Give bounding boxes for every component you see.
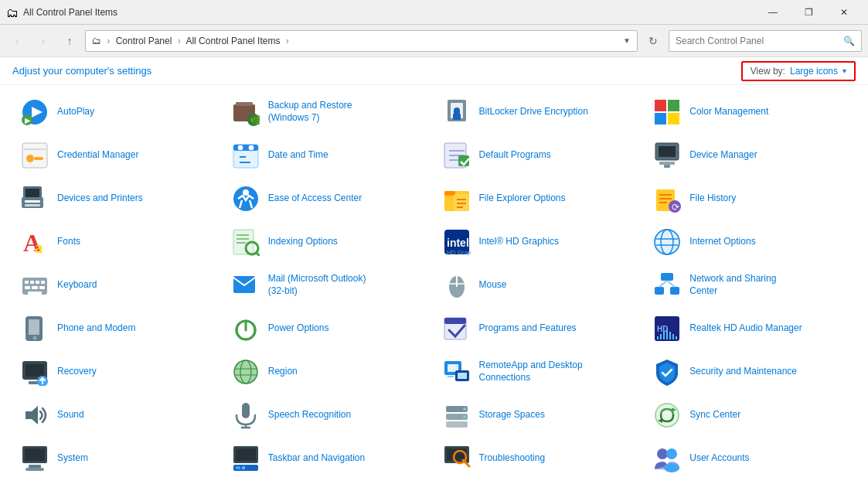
view-by-value: Large icons [790,66,838,77]
region-icon [231,357,260,387]
panel-item-useraccounts[interactable]: User Accounts [645,438,856,479]
panel-item-bitlocker[interactable]: BitLocker Drive Encryption [434,91,645,133]
panel-item-devicemgr[interactable]: Device Manager [645,135,856,176]
svg-point-98 [463,423,466,426]
panel-item-poweropts[interactable]: Power Options [223,308,434,349]
panel-item-remoteapp[interactable]: RemoteApp and Desktop Connections [434,351,645,393]
panel-item-filehistory[interactable]: ⟳File History [645,178,856,220]
svg-rect-29 [26,189,39,198]
indexing-icon [231,227,260,257]
panel-item-internet[interactable]: Internet Options [645,221,856,263]
panel-item-autoplay[interactable]: ▶AutoPlay [12,91,223,133]
panel-item-region[interactable]: Region [223,351,434,393]
panel-item-easeaccess[interactable]: Ease of Access Center [223,178,434,220]
address-part2: All Control Panel Items [184,36,281,46]
poweropts-icon [231,314,260,343]
maximize-button[interactable]: ❐ [791,0,826,25]
search-input[interactable] [676,36,843,46]
defaultprograms-icon [442,141,471,170]
sound-label: Sound [57,409,84,421]
panel-item-fonts[interactable]: AaFonts [12,221,223,263]
panel-item-devprinters[interactable]: Devices and Printers [12,178,223,220]
svg-point-20 [248,145,254,151]
svg-rect-73 [670,287,679,295]
forward-button[interactable]: › [32,30,54,52]
mail-label: Mail (Microsoft Outlook) (32-bit) [268,273,366,297]
svg-text:⟳: ⟳ [672,202,679,213]
easeaccess-icon [231,184,260,213]
address-box[interactable]: 🗂 › Control Panel › All Control Panel It… [85,30,638,52]
svg-rect-25 [659,146,676,157]
svg-rect-83 [26,364,44,377]
refresh-button[interactable]: ↻ [642,30,664,52]
panel-item-defaultprograms[interactable]: Default Programs [434,135,645,176]
fonts-icon: Aa [20,227,49,257]
svg-point-34 [243,189,249,196]
view-by-chevron-icon: ▾ [842,66,846,75]
panel-item-mail[interactable]: Mail (Microsoft Outlook) (32-bit) [223,264,434,306]
storage-label: Storage Spaces [479,409,545,421]
credential-icon [20,141,49,170]
svg-rect-50 [237,234,249,236]
panel-item-security[interactable]: Security and Maintenance [645,351,856,393]
svg-rect-61 [25,281,29,284]
panel-item-realtek[interactable]: HDRealtek HD Audio Manager [645,308,856,349]
panel-item-backup[interactable]: 🌿Backup and Restore (Windows 7) [223,91,434,133]
fonts-label: Fonts [57,236,80,248]
speech-label: Speech Recognition [268,409,351,421]
panel-item-system[interactable]: System [12,438,223,479]
mail-icon [231,271,260,300]
panel-item-fileexplorer[interactable]: File Explorer Options [434,178,645,220]
svg-text:🌿: 🌿 [250,114,260,126]
search-box[interactable]: 🔍 [669,30,862,52]
easeaccess-label: Ease of Access Center [268,193,362,205]
svg-rect-15 [22,143,47,168]
toolbar: Adjust your computer's settings View by:… [0,57,868,85]
panel-item-programs[interactable]: Programs and Features [434,308,645,349]
bitlocker-label: BitLocker Drive Encryption [479,106,588,118]
panel-item-mouse[interactable]: Mouse [434,264,645,306]
panel-item-phonemod[interactable]: Phone and Modem [12,308,223,349]
panel-item-recovery[interactable]: Recovery [12,351,223,393]
panel-item-indexing[interactable]: Indexing Options [223,221,434,263]
panel-item-taskbar[interactable]: Taskbar and Navigation [223,438,434,479]
internet-label: Internet Options [689,236,755,248]
panel-item-synccenter[interactable]: Sync Center [645,394,856,436]
programs-icon [442,314,471,343]
address-part1: Control Panel [113,36,172,46]
backup-icon: 🌿 [231,97,260,127]
system-icon [20,444,49,473]
datetime-label: Date and Time [268,149,328,162]
synccenter-icon [652,401,682,430]
svg-rect-51 [237,238,249,240]
panel-item-speech[interactable]: Speech Recognition [223,394,434,436]
panel-item-storage[interactable]: Storage Spaces [434,394,645,436]
panel-item-keyboard[interactable]: Keyboard [12,264,223,306]
svg-text:▶: ▶ [25,117,31,124]
minimize-button[interactable]: — [755,0,791,25]
defaultprograms-label: Default Programs [479,149,551,162]
panel-item-troubleshoot[interactable]: Troubleshooting [434,438,645,479]
close-button[interactable]: ✕ [826,0,862,25]
view-by-control[interactable]: View by: Large icons ▾ [741,61,856,81]
filehistory-icon: ⟳ [652,184,682,213]
titlebar-app-icon: 🗂 [6,6,19,19]
svg-point-76 [33,336,37,340]
svg-rect-17 [34,157,43,160]
up-button[interactable]: ↑ [59,30,80,52]
addressbar: ‹ › ↑ 🗂 › Control Panel › All Control Pa… [0,25,868,57]
programs-label: Programs and Features [479,322,577,335]
svg-rect-40 [457,206,463,208]
backup-label: Backup and Restore (Windows 7) [268,100,352,124]
panel-item-intelhd[interactable]: intelHD GraphicsIntel® HD Graphics [434,221,645,263]
panel-item-network[interactable]: Network and Sharing Center [645,264,856,306]
svg-rect-91 [458,373,467,379]
panel-item-datetime[interactable]: Date and Time [223,135,434,176]
svg-rect-62 [30,281,34,284]
panel-item-credential[interactable]: Credential Manager [12,135,223,176]
panel-item-sound[interactable]: Sound [12,394,223,436]
svg-rect-52 [237,242,246,244]
back-button[interactable]: ‹ [6,30,28,52]
panel-item-color[interactable]: Color Management [645,91,856,133]
svg-rect-14 [668,113,679,124]
